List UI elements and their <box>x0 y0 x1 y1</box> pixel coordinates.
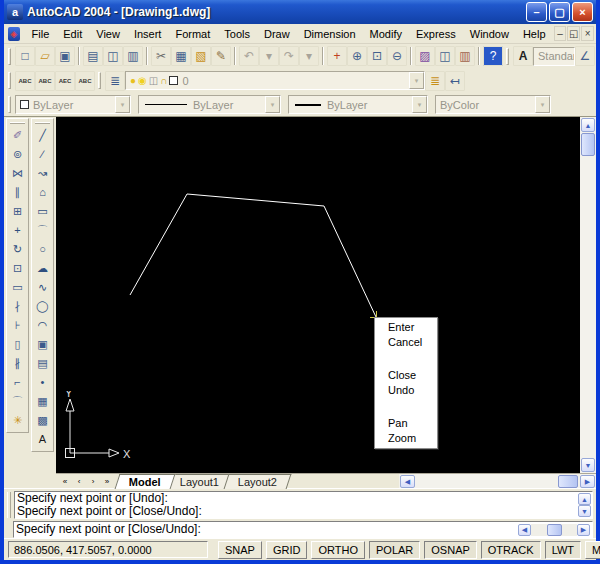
stretch-icon[interactable]: ▭ <box>8 278 27 297</box>
layer-freeze-icon[interactable]: ◉ <box>138 76 147 86</box>
lwt-toggle[interactable]: LWT <box>545 541 581 559</box>
scroll-left-icon[interactable]: ◀ <box>400 475 415 488</box>
menu-view[interactable]: View <box>89 26 127 42</box>
vertical-scrollbar[interactable]: ▲ ▼ <box>580 117 596 473</box>
hatch-icon[interactable]: ▦ <box>33 392 52 411</box>
copy-clip-icon[interactable]: ▦ <box>171 46 191 66</box>
save-icon[interactable]: ▣ <box>55 46 75 66</box>
move-icon[interactable]: + <box>8 221 27 240</box>
toolbar-grip[interactable] <box>8 48 11 65</box>
chevron-down-icon[interactable]: ▾ <box>265 96 280 113</box>
toolbar-grip[interactable] <box>35 122 50 124</box>
horizontal-scrollbar[interactable]: ◀ ▶ <box>399 474 596 489</box>
lineweight-select[interactable]: ByLayer ▾ <box>288 95 428 114</box>
zoom-previous-icon[interactable]: ⊖ <box>387 46 407 66</box>
construction-line-icon[interactable]: ∕ <box>33 145 52 164</box>
properties-palette-icon[interactable]: ▨ <box>415 46 435 66</box>
make-block-icon[interactable]: ▤ <box>33 354 52 373</box>
publish-icon[interactable]: ▥ <box>123 46 143 66</box>
menu-insert[interactable]: Insert <box>127 26 169 42</box>
mtext-icon[interactable]: A <box>33 430 52 449</box>
chevron-down-icon[interactable]: ▾ <box>115 96 130 113</box>
zoom-realtime-icon[interactable]: ⊕ <box>347 46 367 66</box>
plot-icon[interactable]: ▤ <box>83 46 103 66</box>
context-cancel[interactable]: Cancel <box>375 335 437 350</box>
erase-icon[interactable]: ✐ <box>8 126 27 145</box>
command-scroll-thumb[interactable] <box>547 524 562 536</box>
menu-dimension[interactable]: Dimension <box>297 26 363 42</box>
ellipse-icon[interactable]: ◯ <box>33 297 52 316</box>
cut-icon[interactable]: ✂ <box>151 46 171 66</box>
spelling-icon[interactable]: ABC <box>15 71 35 91</box>
toolbar-grip[interactable] <box>506 48 509 65</box>
model-toggle[interactable]: MODEL <box>585 541 600 559</box>
context-undo[interactable]: Undo <box>375 383 437 398</box>
tool-palettes-icon[interactable]: ▥ <box>455 46 475 66</box>
drawing-canvas[interactable]: Y X EnterCancelCloseUndoPanZoom <box>56 117 580 473</box>
context-zoom[interactable]: Zoom <box>375 431 437 446</box>
mdi-restore-button[interactable]: ◱ <box>567 26 580 41</box>
mdi-close-button[interactable]: × <box>581 26 594 41</box>
scale-text-icon[interactable]: ABC <box>75 71 95 91</box>
circle-icon[interactable]: ○ <box>33 240 52 259</box>
layer-properties-icon[interactable]: ≣ <box>105 71 125 91</box>
toolbar-grip[interactable] <box>8 72 11 89</box>
break-at-point-icon[interactable]: ▯ <box>8 335 27 354</box>
redo-dropdown-icon[interactable]: ▾ <box>299 46 319 66</box>
point-icon[interactable]: • <box>33 373 52 392</box>
grid-toggle[interactable]: GRID <box>266 541 308 559</box>
scroll-down-icon[interactable]: ▼ <box>578 505 591 517</box>
chevron-down-icon[interactable]: ▾ <box>412 96 427 113</box>
scroll-left-icon[interactable]: ◀ <box>518 524 531 536</box>
context-pan[interactable]: Pan <box>375 416 437 431</box>
toolbar-grip[interactable] <box>98 72 101 89</box>
designcenter-icon[interactable]: ◫ <box>435 46 455 66</box>
array-icon[interactable]: ⊞ <box>8 202 27 221</box>
context-enter[interactable]: Enter <box>375 320 437 335</box>
command-input[interactable]: Specify next point or [Close/Undo]: ◀ ▶ <box>13 521 593 538</box>
zoom-window-icon[interactable]: ⊡ <box>367 46 387 66</box>
command-scrollbar[interactable]: ▲ ▼ <box>578 493 591 517</box>
text-style-select[interactable]: Standard ▾ <box>533 47 575 66</box>
command-scroll-track[interactable] <box>531 524 577 536</box>
menu-window[interactable]: Window <box>463 26 516 42</box>
toolbar-grip[interactable] <box>10 122 25 124</box>
osnap-toggle[interactable]: OSNAP <box>424 541 477 559</box>
chevron-down-icon[interactable]: ▾ <box>409 72 424 89</box>
dim-style-icon[interactable]: ∠ <box>575 46 595 66</box>
layer-on-icon[interactable]: ● <box>130 76 136 86</box>
command-input-scrollbar[interactable]: ◀ ▶ <box>518 523 590 536</box>
polyline-icon[interactable]: ↝ <box>33 164 52 183</box>
menu-help[interactable]: Help <box>516 26 553 42</box>
undo-icon[interactable]: ↶ <box>239 46 259 66</box>
line-icon[interactable]: ╱ <box>33 126 52 145</box>
horizontal-scroll-track[interactable] <box>415 475 580 488</box>
spline-icon[interactable]: ∿ <box>33 278 52 297</box>
scroll-down-icon[interactable]: ▼ <box>581 458 595 472</box>
maximize-button[interactable]: ▢ <box>549 2 570 22</box>
extend-icon[interactable]: ⊦ <box>8 316 27 335</box>
layer-lock-icon[interactable]: ∩ <box>160 76 167 86</box>
mdi-minimize-button[interactable]: – <box>554 26 567 41</box>
plotstyle-select[interactable]: ByColor ▾ <box>435 95 551 114</box>
paste-icon[interactable]: ▧ <box>191 46 211 66</box>
ortho-toggle[interactable]: ORTHO <box>311 541 365 559</box>
color-select[interactable]: ByLayer ▾ <box>15 95 131 114</box>
find-text-icon[interactable]: ABC <box>35 71 55 91</box>
rectangle-icon[interactable]: ▭ <box>33 202 52 221</box>
layer-previous-icon[interactable]: ↤ <box>445 71 465 91</box>
horizontal-scroll-thumb[interactable] <box>558 475 578 488</box>
scroll-right-icon[interactable]: ▶ <box>580 475 595 488</box>
linetype-select[interactable]: ByLayer ▾ <box>138 95 281 114</box>
copy-icon[interactable]: ⊚ <box>8 145 27 164</box>
context-close[interactable]: Close <box>375 368 437 383</box>
undo-dropdown-icon[interactable]: ▾ <box>259 46 279 66</box>
chevron-down-icon[interactable]: ▾ <box>535 96 550 113</box>
menu-modify[interactable]: Modify <box>363 26 409 42</box>
explode-icon[interactable]: ✳ <box>8 411 27 430</box>
new-file-icon[interactable]: □ <box>15 46 35 66</box>
polygon-icon[interactable]: ⌂ <box>33 183 52 202</box>
drawing-file-icon[interactable]: ◈ <box>8 27 20 41</box>
vertical-scroll-thumb[interactable] <box>581 133 595 156</box>
arc-icon[interactable]: ⌒ <box>33 221 52 240</box>
